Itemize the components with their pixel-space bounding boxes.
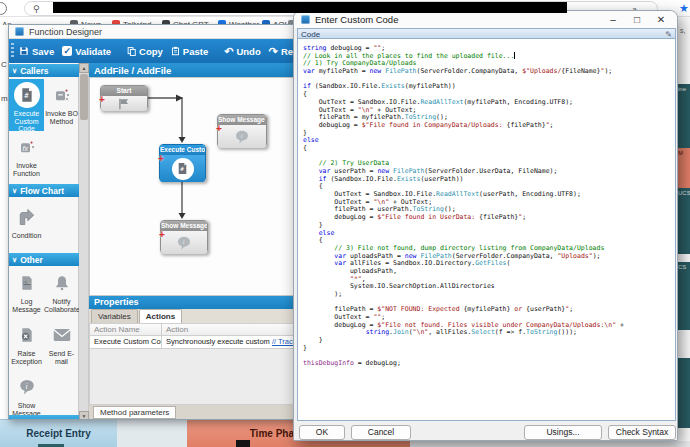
toolbox-panel: ∨Callers # Execute Custom Code Invoke BO… xyxy=(9,63,79,420)
message-bubble-icon: i xyxy=(233,129,251,145)
save-button[interactable]: Save xyxy=(19,46,54,57)
chevron-down-icon: ∨ xyxy=(12,67,17,75)
execute-custom-code-label: Execute Custom Code xyxy=(14,110,39,132)
redo-icon: ↷ xyxy=(269,45,278,58)
chevron-down-icon: ∨ xyxy=(12,256,17,264)
properties-title: Properties xyxy=(94,297,139,307)
validate-button[interactable]: ✓ Validate xyxy=(62,46,111,57)
function-designer-window: Function Designer Save ✓ Validate Copy P… xyxy=(8,24,300,420)
undo-button[interactable]: ↶ Undo xyxy=(224,45,261,58)
page-bottom-strip xyxy=(410,441,690,447)
toolbox-item-log-message[interactable]: LOG Log Message xyxy=(9,267,44,319)
side-button-fragment-4[interactable]: CS xyxy=(678,262,690,330)
side-button-fragment-2[interactable]: M xyxy=(678,148,690,188)
function-designer-titlebar[interactable]: Function Designer xyxy=(9,25,299,39)
dialog-titlebar[interactable]: Enter Custom Code – □ ✕ xyxy=(294,11,677,28)
add-connector-icon[interactable]: + xyxy=(99,94,105,105)
message-bubble-icon: i xyxy=(175,235,193,251)
column-action[interactable]: Action xyxy=(162,324,300,335)
save-icon xyxy=(19,46,29,56)
add-connector-icon[interactable]: + xyxy=(158,153,164,164)
check-syntax-button[interactable]: Check Syntax xyxy=(608,425,676,440)
toolbox-scrollbar[interactable]: ▲ ▼ xyxy=(79,63,89,420)
toolbox-item-condition[interactable]: Condition xyxy=(9,201,44,251)
close-button[interactable]: ✕ xyxy=(649,11,673,28)
screen: ⚲ a, ★ Ap......NewsTailwindChat GPTWeath… xyxy=(0,0,690,447)
notify-collaborate-label: Notify Collaborate xyxy=(44,298,80,313)
side-button-fragment-3[interactable]: UCS xyxy=(678,188,690,254)
side-button-fragment-2-label: M xyxy=(678,150,683,156)
chevron-down-icon: ∨ xyxy=(12,187,17,195)
tab-method-parameters[interactable]: Method parameters xyxy=(93,406,176,419)
invoke-function-label: Invoke Function xyxy=(13,162,40,177)
chevron-down-icon: ∨ xyxy=(12,418,17,421)
actions-grid-empty xyxy=(89,349,300,405)
tile-gap xyxy=(117,419,187,447)
toolbox-item-execute-custom-code[interactable]: # Execute Custom Code xyxy=(9,79,44,131)
side-button-fragment-5[interactable] xyxy=(678,358,690,428)
condition-label: Condition xyxy=(12,232,42,239)
tile-receipt-entry[interactable]: Receipt Entry xyxy=(0,419,117,447)
toolbox-item-invoke-function[interactable]: fx Invoke Function xyxy=(9,131,44,181)
ok-button[interactable]: OK xyxy=(299,425,345,440)
scrollbar-thumb[interactable] xyxy=(80,74,88,120)
side-button-fragment-1[interactable]: ine xyxy=(678,84,690,148)
tab-actions[interactable]: Actions xyxy=(139,309,182,323)
toolbar-grip-handle[interactable] xyxy=(11,43,14,59)
svg-text:#: # xyxy=(24,91,29,100)
paste-button[interactable]: Paste xyxy=(171,46,208,57)
svg-text:i: i xyxy=(25,382,27,391)
toolbox-item-invoke-bo-method[interactable]: Invoke BO Method xyxy=(44,79,79,131)
scrollbar-down-button[interactable]: ▼ xyxy=(79,411,89,420)
add-connector-icon[interactable]: + xyxy=(216,123,222,134)
dialog-usings-button[interactable]: Usings... xyxy=(524,425,602,440)
action-row-name: Execute Custom Code 0 xyxy=(90,336,162,348)
raise-exception-icon xyxy=(14,322,40,348)
maximize-button[interactable]: □ xyxy=(625,11,649,28)
action-row[interactable]: Execute Custom Code 0 Synchronously exec… xyxy=(89,336,300,349)
lock-icon: ⚲ xyxy=(33,4,40,14)
send-email-envelope-icon xyxy=(49,322,75,348)
validate-icon: ✓ xyxy=(62,46,72,56)
flowchart-canvas[interactable]: Start + Execute Custom C # + Show Messag… xyxy=(89,77,300,296)
toolbox-item-show-message[interactable]: i Show Message xyxy=(9,371,44,419)
minimize-button[interactable]: – xyxy=(601,11,625,28)
send-email-label: Send E-mail xyxy=(49,350,74,365)
bookmark-star-icon[interactable]: ★ xyxy=(679,2,689,15)
invoke-bo-method-icon xyxy=(49,82,75,108)
section-header-flow-chart[interactable]: ∨Flow Chart xyxy=(9,184,79,197)
node-show-message-1[interactable]: Show Message 1 i + xyxy=(217,114,267,148)
node-execute-custom-code[interactable]: Execute Custom C # + xyxy=(159,144,206,182)
scrollbar-up-button[interactable]: ▲ xyxy=(79,63,89,73)
redacted-url xyxy=(53,2,567,13)
toolbox-item-notify-collaborate[interactable]: Notify Collaborate xyxy=(44,267,79,319)
page-text-fragment-left-1: C xyxy=(1,60,7,69)
side-button-fragment-1-label: ine xyxy=(678,86,686,92)
log-message-icon: LOG xyxy=(14,270,40,296)
paste-icon xyxy=(171,46,180,56)
section-setters-label: Setters xyxy=(20,417,49,421)
add-connector-icon[interactable]: + xyxy=(159,229,165,240)
toolbox-item-raise-exception[interactable]: Raise Exception xyxy=(9,319,44,371)
copy-icon xyxy=(127,46,136,56)
log-message-label: Log Message xyxy=(12,298,40,313)
section-header-other[interactable]: ∨Other xyxy=(9,253,79,266)
tab-variables[interactable]: Variables xyxy=(91,309,138,323)
notify-collaborate-bell-icon xyxy=(49,270,75,296)
node-start[interactable]: Start + xyxy=(100,85,148,111)
toolbox-item-send-email[interactable]: Send E-mail xyxy=(44,319,79,371)
dialog-footer: OK Cancel Usings... Check Syntax xyxy=(294,421,677,441)
actions-grid-header: Action Name Action xyxy=(89,323,300,336)
column-action-name[interactable]: Action Name xyxy=(90,324,162,335)
side-button-fragment-4-label: CS xyxy=(678,264,686,270)
reload-icon[interactable] xyxy=(0,2,7,15)
code-text: string debugLog = "";// Look in all the … xyxy=(303,44,624,367)
cancel-button[interactable]: Cancel xyxy=(351,425,411,440)
copy-button[interactable]: Copy xyxy=(127,46,163,57)
node-show-message-0[interactable]: Show Message 0 i + xyxy=(160,220,208,254)
section-other-label: Other xyxy=(20,255,43,265)
section-header-callers[interactable]: ∨Callers xyxy=(9,64,79,77)
code-editor[interactable]: string debugLog = "";// Look in all the … xyxy=(297,39,676,421)
tile-receipt-entry-label: Receipt Entry xyxy=(26,428,90,439)
section-header-setters[interactable]: ∨Setters xyxy=(9,415,79,420)
